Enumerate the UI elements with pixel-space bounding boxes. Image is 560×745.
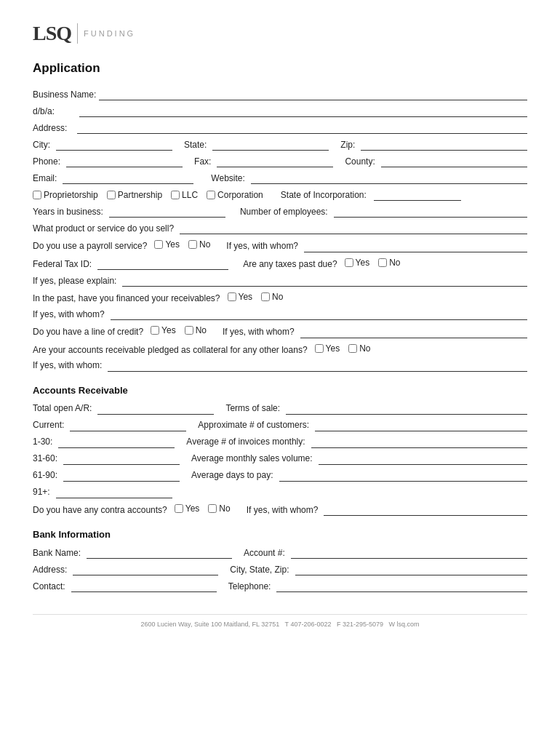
taxes-no-item: No [378, 258, 400, 268]
ar-61-90-row: 61-90: Average days to pay: [33, 470, 527, 482]
bank-contact-input[interactable] [71, 581, 217, 592]
footer-phone: 407-206-0022 [290, 621, 331, 628]
address-input[interactable] [77, 122, 527, 134]
avg-invoices-input[interactable] [311, 437, 527, 448]
header: LSQ FUNDING [33, 22, 527, 45]
payroll-if-yes-label: If yes, with whom? [226, 241, 298, 251]
proprietorship-checkbox[interactable] [33, 191, 41, 199]
city-input[interactable] [56, 139, 172, 151]
fax-label: Fax: [194, 156, 211, 167]
terms-of-sale-input[interactable] [286, 403, 527, 415]
taxes-yes-item: Yes [345, 258, 370, 268]
phone-input[interactable] [66, 156, 183, 167]
financed-yes-checkbox[interactable] [228, 292, 236, 301]
ar-61-90-label: 61-90: [33, 470, 57, 480]
payroll-label: Do you use a payroll service? [33, 241, 147, 251]
taxes-yes-checkbox[interactable] [345, 258, 353, 267]
collateral-yes-item: Yes [315, 343, 340, 354]
financed-if-yes-input[interactable] [111, 308, 527, 320]
footer-fax: 321-295-5079 [343, 621, 383, 628]
ar-section: Accounts Receivable Total open A/R: Term… [33, 385, 527, 517]
partnership-checkbox[interactable] [107, 191, 116, 199]
county-input[interactable] [381, 156, 527, 167]
ar-31-60-input[interactable] [63, 453, 180, 465]
entity-type-row: Proprietorship Partnership LLC Corporati… [33, 189, 527, 201]
contra-if-yes-input[interactable] [324, 504, 527, 516]
dba-input[interactable] [79, 105, 527, 117]
federal-tax-id-input[interactable] [97, 258, 228, 270]
avg-invoices-label: Average # of invoices monthly: [186, 437, 305, 447]
product-service-input[interactable] [180, 223, 527, 234]
state-of-incorporation-input[interactable] [374, 189, 461, 201]
llc-checkbox[interactable] [171, 191, 180, 199]
loc-row: Do you have a line of credit? Yes No If … [33, 325, 527, 338]
address-row: Address: [33, 122, 527, 134]
collateral-if-yes-input[interactable] [108, 360, 527, 372]
corporation-checkbox[interactable] [207, 191, 215, 199]
loc-no-label: No [196, 325, 207, 335]
email-input[interactable] [63, 172, 193, 184]
avg-days-pay-label: Average days to pay: [191, 470, 273, 480]
ar-91-label: 91+: [33, 487, 50, 497]
tax-row: Federal Tax ID: Are any taxes past due? … [33, 258, 527, 271]
bank-address-label: Address: [33, 565, 67, 575]
payroll-if-yes-input[interactable] [304, 241, 527, 252]
loc-no-checkbox[interactable] [185, 326, 193, 335]
telephone-input[interactable] [276, 581, 527, 592]
taxes-yes-label: Yes [356, 258, 370, 268]
payroll-yes-item: Yes [154, 239, 180, 250]
bank-name-label: Bank Name: [33, 548, 81, 558]
ar-current-input[interactable] [70, 420, 186, 431]
partnership-label: Partnership [118, 190, 162, 200]
payroll-yes-checkbox[interactable] [154, 240, 163, 249]
avg-days-pay-input[interactable] [279, 470, 527, 482]
collateral-if-yes-label: If yes, with whom: [33, 360, 102, 370]
financed-if-yes-row: If yes, with whom? [33, 308, 527, 320]
ar-section-title: Accounts Receivable [33, 385, 527, 396]
loc-label: Do you have a line of credit? [33, 327, 143, 337]
collateral-yes-checkbox[interactable] [315, 344, 324, 353]
financed-no-checkbox[interactable] [261, 292, 270, 301]
collateral-row: Are your accounts receivable pledged as … [33, 343, 527, 355]
payroll-no-checkbox[interactable] [188, 240, 197, 249]
account-input[interactable] [291, 547, 527, 559]
logo-divider [77, 23, 78, 44]
county-label: County: [345, 156, 375, 167]
address-label: Address: [33, 123, 67, 133]
taxes-explain-input[interactable] [122, 275, 527, 287]
website-input[interactable] [251, 172, 527, 184]
ar-91-input[interactable] [56, 487, 172, 498]
years-employees-row: Years in business: Number of employees: [33, 206, 527, 218]
bank-address-input[interactable] [73, 564, 218, 575]
ar-61-90-input[interactable] [63, 470, 180, 482]
years-in-business-input[interactable] [109, 206, 225, 218]
taxes-no-checkbox[interactable] [378, 258, 387, 267]
business-name-input[interactable] [99, 89, 527, 100]
collateral-if-yes-row: If yes, with whom: [33, 360, 527, 372]
city-state-zip-input[interactable] [295, 564, 528, 575]
ar-total-input[interactable] [97, 403, 214, 415]
fax-input[interactable] [217, 156, 333, 167]
loc-if-yes-input[interactable] [300, 327, 527, 338]
state-label: State: [184, 140, 207, 150]
bank-name-input[interactable] [87, 547, 232, 559]
zip-input[interactable] [361, 139, 527, 151]
contra-yes-checkbox[interactable] [175, 504, 183, 513]
approx-customers-input[interactable] [315, 420, 527, 431]
num-employees-input[interactable] [334, 206, 527, 218]
contra-no-item: No [208, 503, 230, 514]
contra-no-label: No [219, 503, 230, 514]
bank-section: Bank Information Bank Name: Account #: A… [33, 529, 527, 592]
collateral-no-checkbox[interactable] [348, 344, 357, 353]
state-input[interactable] [212, 139, 329, 151]
avg-monthly-sales-input[interactable] [319, 453, 527, 465]
federal-tax-id-label: Federal Tax ID: [33, 259, 92, 269]
collateral-no-item: No [348, 343, 370, 354]
financed-no-item: No [261, 292, 283, 302]
state-of-incorporation-label: State of Incorporation: [281, 190, 367, 200]
loc-yes-checkbox[interactable] [151, 326, 159, 335]
ar-1-30-input[interactable] [58, 437, 175, 448]
contra-no-checkbox[interactable] [208, 504, 217, 513]
dba-label: d/b/a: [33, 106, 55, 116]
payroll-yes-label: Yes [165, 239, 180, 250]
